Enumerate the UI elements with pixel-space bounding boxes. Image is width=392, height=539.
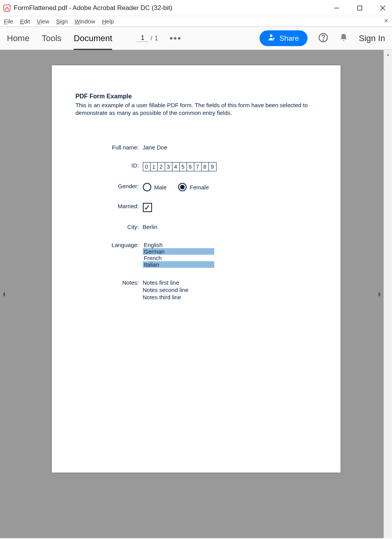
id-digit-cell: 5 <box>180 163 187 171</box>
value-fullname: Jane Doe <box>143 144 317 151</box>
notes-line: Notes third line <box>143 294 317 301</box>
menu-view[interactable]: View <box>37 18 49 25</box>
id-digit-cell: 1 <box>151 163 158 171</box>
radio-female-label: Female <box>190 184 209 191</box>
label-city: City: <box>76 224 143 230</box>
svg-point-5 <box>270 35 273 37</box>
help-icon[interactable] <box>318 33 328 44</box>
nav-tools[interactable]: Tools <box>42 33 61 43</box>
page-total: 1 <box>155 35 158 42</box>
nav-home[interactable]: Home <box>7 33 30 43</box>
id-digit-cell: 3 <box>165 163 172 171</box>
nav-document[interactable]: Document <box>74 33 112 50</box>
window-minimize-button[interactable] <box>333 4 341 12</box>
document-close-button[interactable]: × <box>384 17 388 25</box>
form-description: This is an example of a user fillable PD… <box>76 101 317 116</box>
language-item: French <box>143 255 214 261</box>
menu-file[interactable]: File <box>4 18 13 25</box>
more-options-button[interactable]: ••• <box>170 33 182 44</box>
scroll-up-button[interactable]: ▴ <box>384 50 392 58</box>
menu-edit[interactable]: Edit <box>20 18 30 25</box>
share-person-icon <box>268 33 276 43</box>
id-digit-cell: 2 <box>158 163 165 171</box>
svg-rect-2 <box>358 6 362 10</box>
checkbox-married: ✓ <box>143 203 152 212</box>
id-digit-cell: 8 <box>202 163 209 171</box>
radio-circle-icon <box>178 183 187 191</box>
id-digit-cell: 9 <box>209 163 216 171</box>
notes-line: Notes first line <box>143 279 317 287</box>
label-fullname: Full name: <box>76 144 143 151</box>
label-married: Married: <box>76 203 143 212</box>
id-digit-cell: 6 <box>187 163 194 171</box>
pdf-page: PDF Form Example This is an example of a… <box>52 65 341 473</box>
value-city: Berlin <box>143 224 317 230</box>
toolbar: Home Tools Document / 1 ••• Share Sign I… <box>0 27 392 50</box>
id-digit-cell: 7 <box>194 163 202 171</box>
id-cells: 0123456789 <box>143 162 217 171</box>
sign-in-button[interactable]: Sign In <box>359 33 385 43</box>
label-language: Language: <box>76 242 143 268</box>
page-nav-next[interactable] <box>376 283 384 306</box>
form-title: PDF Form Example <box>76 93 317 100</box>
window-title: FormFlattened.pdf - Adobe Acrobat Reader… <box>14 4 172 12</box>
window-maximize-button[interactable] <box>356 4 364 12</box>
id-digit-cell: 0 <box>143 163 151 171</box>
language-item: Italian <box>143 261 214 268</box>
page-number-input[interactable] <box>137 35 148 42</box>
notes-content: Notes first lineNotes second lineNotes t… <box>143 279 317 301</box>
radio-male-label: Male <box>154 184 167 191</box>
svg-point-8 <box>323 40 324 40</box>
notes-line: Notes second line <box>143 287 317 294</box>
radio-circle-icon <box>143 183 151 191</box>
menu-window[interactable]: Window <box>74 18 95 25</box>
document-viewport: PDF Form Example This is an example of a… <box>0 50 392 538</box>
language-item: German <box>143 248 214 255</box>
menubar: File Edit View Sign Window Help × <box>0 16 392 27</box>
label-gender: Gender: <box>76 183 143 191</box>
window-titlebar: FormFlattened.pdf - Adobe Acrobat Reader… <box>0 0 392 16</box>
radio-female: Female <box>178 183 209 191</box>
notification-bell-icon[interactable] <box>339 33 348 44</box>
page-separator: / <box>151 35 152 42</box>
window-close-button[interactable] <box>379 4 387 12</box>
svg-rect-0 <box>4 5 10 11</box>
share-label: Share <box>280 34 299 43</box>
share-button[interactable]: Share <box>260 30 308 46</box>
acrobat-icon <box>3 4 11 12</box>
menu-sign[interactable]: Sign <box>56 18 68 25</box>
label-notes: Notes: <box>76 279 143 301</box>
radio-male: Male <box>143 183 167 191</box>
language-item: English <box>143 242 214 248</box>
label-id: ID: <box>76 162 143 171</box>
id-digit-cell: 4 <box>172 163 180 171</box>
vertical-scrollbar[interactable]: ▴ <box>384 50 392 538</box>
radio-selected-dot-icon <box>180 185 185 189</box>
page-nav-prev[interactable] <box>0 283 8 306</box>
language-list: EnglishGermanFrenchItalian <box>143 242 214 268</box>
menu-help[interactable]: Help <box>102 18 114 25</box>
